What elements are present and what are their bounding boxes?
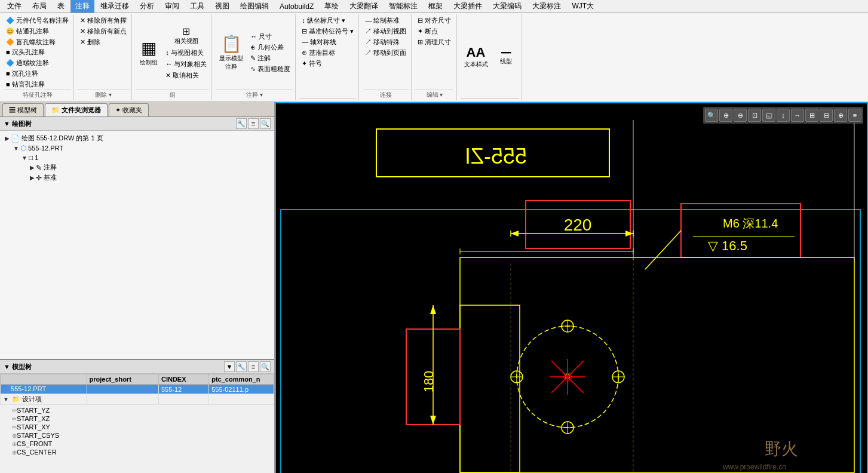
canvas-zoom-in-btn[interactable]: 🔍 xyxy=(705,109,718,122)
tree-item-drawing[interactable]: ▶ 📄 绘图 555-12.DRW 的第 1 页 xyxy=(2,133,272,143)
canvas-center-btn[interactable]: ⊕ xyxy=(834,109,847,122)
canvas-frame-btn[interactable]: ◱ xyxy=(762,109,775,122)
canvas-pan-btn[interactable]: ↕ xyxy=(777,109,790,122)
model-tree-row-design[interactable]: ▼ 📁 设计项 xyxy=(1,394,274,405)
ribbon-group-label-feature: 特征孔注释 xyxy=(4,90,71,99)
mt-item-start-xy[interactable]: ✏ START_XY xyxy=(1,423,273,431)
menu-wjt[interactable]: WJT大 xyxy=(567,0,599,13)
menu-autobuildz[interactable]: AutobuildZ xyxy=(275,1,318,12)
mt-item-cs-front[interactable]: ⊕ CS_FRONT xyxy=(1,440,273,448)
btn-relate-to-object[interactable]: ↔ 与对象相关 xyxy=(163,59,209,69)
model-tree-search-btn[interactable]: 🔍 xyxy=(260,361,271,372)
tree-search-btn[interactable]: 🔍 xyxy=(260,118,271,129)
canvas-zoom-in2-btn[interactable]: ⊕ xyxy=(719,109,732,122)
menu-tools[interactable]: 工具 xyxy=(185,0,209,13)
mt-item-cs-center[interactable]: ⊕ CS_CENTER xyxy=(1,448,273,456)
menu-analysis[interactable]: 分析 xyxy=(135,0,159,13)
btn-clean-dim[interactable]: ⊞ 清理尺寸 xyxy=(415,37,453,47)
menu-file[interactable]: 文件 xyxy=(2,0,26,13)
menu-table[interactable]: 表 xyxy=(53,0,69,13)
canvas-svg[interactable]: 555-ZI 220 M6 深11.4 ▽ 16.5 180 xyxy=(275,102,868,473)
ribbon-group-feature-hole: 🔷 元件代号名称注释 😊 钻通孔注释 🔶 盲孔螺纹注释 ■ 沉头孔注释 🔷 通螺… xyxy=(1,14,74,100)
canvas-rotate-btn[interactable]: ↔ xyxy=(791,109,804,122)
canvas-toolbar: 🔍 ⊕ ⊖ ⊡ ◱ ↕ ↔ ⊞ ⊟ ⊕ ≡ xyxy=(703,107,863,124)
menu-sketch[interactable]: 草绘 xyxy=(320,0,343,13)
menu-beam-plugin[interactable]: 大梁插件 xyxy=(449,0,487,13)
mt-item-start-yz[interactable]: ✏ START_YZ xyxy=(1,406,273,414)
menu-inherit[interactable]: 继承迁移 xyxy=(96,0,134,13)
btn-dimension[interactable]: ↔ 尺寸 xyxy=(248,32,293,42)
btn-relate-to-view[interactable]: ↕ 与视图相关 xyxy=(163,48,209,58)
canvas-view-btn[interactable]: ⊟ xyxy=(820,109,833,122)
tree-view-btn[interactable]: ≡ xyxy=(248,118,259,129)
btn-ordinate-dim[interactable]: ↕ 纵坐标尺寸 ▾ xyxy=(299,16,356,26)
col-cindex[interactable]: CINDEX xyxy=(158,374,208,385)
btn-move-to-page[interactable]: ↗ 移动到页面 xyxy=(363,48,409,58)
tab-favorites[interactable]: ✦ 收藏夹 xyxy=(109,103,149,116)
btn-blind-thread-annotation[interactable]: 🔶 盲孔螺纹注释 xyxy=(4,37,71,47)
canvas-grid-btn[interactable]: ⊞ xyxy=(805,109,818,122)
ribbon-edit-col: ⊟ 对齐尺寸 ✦ 断点 ⊞ 清理尺寸 xyxy=(415,16,453,47)
menu-beam-translate[interactable]: 大梁翻译 xyxy=(345,0,383,13)
main-canvas-area[interactable]: 🔍 ⊕ ⊖ ⊡ ◱ ↕ ↔ ⊞ ⊟ ⊕ ≡ 555-ZI 2 xyxy=(275,102,868,473)
ribbon-connect-col: — 绘制基准 ↗ 移动到视图 ↗ 移动特殊 ↗ 移动到页面 xyxy=(363,16,409,58)
tab-model-tree[interactable]: ☰ 模型树 xyxy=(2,103,44,116)
btn-breakpoint[interactable]: ✦ 断点 xyxy=(415,26,453,36)
btn-align-dim[interactable]: ⊟ 对齐尺寸 xyxy=(415,16,453,26)
btn-related-view[interactable]: ⊞ 相关视图 xyxy=(163,25,209,47)
tree-settings-btn[interactable]: 🔧 xyxy=(236,118,247,129)
canvas-list-btn[interactable]: ≡ xyxy=(848,109,861,122)
annotation-16-text: ▽ 16.5 xyxy=(708,238,747,253)
btn-show-model-annotation[interactable]: 📋 显示模型注释 xyxy=(216,30,247,75)
mt-item-start-csys[interactable]: ⊕ START_CSYS xyxy=(1,431,273,440)
btn-move-to-view[interactable]: ↗ 移动到视图 xyxy=(363,26,409,36)
menu-drawing-edit[interactable]: 绘图编辑 xyxy=(235,0,274,13)
btn-datum-target[interactable]: ⊕ 基准目标 xyxy=(299,48,356,58)
menu-smart-dim[interactable]: 智能标注 xyxy=(384,0,422,13)
model-tree-filter-btn[interactable]: ▼ xyxy=(224,361,235,372)
btn-symbol[interactable]: ✦ 符号 xyxy=(299,59,356,69)
btn-thread-annotation[interactable]: 🔷 通螺纹注释 xyxy=(4,58,51,68)
btn-line-style[interactable]: ━━ 线型 xyxy=(493,34,519,79)
menu-frame[interactable]: 框架 xyxy=(424,0,447,13)
btn-move-special[interactable]: ↗ 移动特殊 xyxy=(363,37,409,47)
tree-item-1[interactable]: ▼ □ 1 xyxy=(2,153,272,162)
btn-part-name-annotation[interactable]: 🔷 元件代号名称注释 xyxy=(4,16,71,26)
btn-draw-datum[interactable]: — 绘制基准 xyxy=(363,16,409,26)
menu-review[interactable]: 审阅 xyxy=(160,0,184,13)
model-tree-view-btn[interactable]: ≡ xyxy=(248,361,259,372)
col-project-short[interactable]: project_short xyxy=(87,374,158,385)
menu-beam-code[interactable]: 大梁编码 xyxy=(488,0,526,13)
menu-annotation[interactable]: 注释 xyxy=(70,0,94,13)
btn-cancel-relate[interactable]: ✕ 取消相关 xyxy=(163,70,209,81)
mt-item-start-xz[interactable]: ✏ START_XZ xyxy=(1,414,273,423)
tree-item-prt[interactable]: ▼ ⬡ 555-12.PRT xyxy=(2,143,272,153)
btn-drill-blind-annotation[interactable]: ■ 钻盲孔注释 xyxy=(4,79,51,90)
btn-axis-sym[interactable]: — 轴对称线 xyxy=(299,37,356,47)
btn-sink-annotation[interactable]: ■ 沉孔注释 xyxy=(4,69,51,79)
btn-surface-roughness[interactable]: ∿ 表面粗糙度 xyxy=(248,64,293,74)
btn-remove-new-points[interactable]: ✕ 移除所有新点 xyxy=(78,26,129,36)
model-tree-row-prt[interactable]: ⬡ 555-12.PRT 555-12 555-02111.p xyxy=(1,385,274,394)
btn-through-hole-annotation[interactable]: 😊 钻通孔注释 xyxy=(4,26,71,36)
ribbon-group-edit: ⊟ 对齐尺寸 ✦ 断点 ⊞ 清理尺寸 编辑 ▾ xyxy=(413,14,456,100)
menu-beam-mark[interactable]: 大梁标注 xyxy=(527,0,566,13)
tree-item-datum[interactable]: ▶ ✛ 基准 xyxy=(2,173,272,183)
tab-file-browser[interactable]: 📁 文件夹浏览器 xyxy=(45,103,108,116)
canvas-fit-btn[interactable]: ⊡ xyxy=(748,109,761,122)
ribbon-col-1: 🔷 元件代号名称注释 😊 钻通孔注释 🔶 盲孔螺纹注释 xyxy=(4,16,71,47)
btn-datum-feature[interactable]: ⊟ 基准特征符号 ▾ xyxy=(299,26,356,36)
menu-layout[interactable]: 布局 xyxy=(27,0,51,13)
col-ptc-common[interactable]: ptc_common_n xyxy=(209,374,274,385)
tree-item-annotation[interactable]: ▶ ✎ 注释 xyxy=(2,162,272,173)
btn-note[interactable]: ✎ 注解 xyxy=(248,53,293,63)
menu-view[interactable]: 视图 xyxy=(210,0,234,13)
btn-text-style[interactable]: AA 文本样式 xyxy=(461,34,492,79)
btn-draw-group[interactable]: ▦ 绘制组 xyxy=(136,30,162,75)
canvas-zoom-out-btn[interactable]: ⊖ xyxy=(734,109,747,122)
model-tree-settings-btn[interactable]: 🔧 xyxy=(236,361,247,372)
btn-remove-gussets[interactable]: ✕ 移除所有角撑 xyxy=(78,16,129,26)
btn-countersink-annotation[interactable]: ■ 沉头孔注释 xyxy=(4,47,51,57)
btn-geometric-tolerance[interactable]: ⊕ 几何公差 xyxy=(248,42,293,53)
btn-delete[interactable]: ✕ 删除 xyxy=(78,37,129,47)
